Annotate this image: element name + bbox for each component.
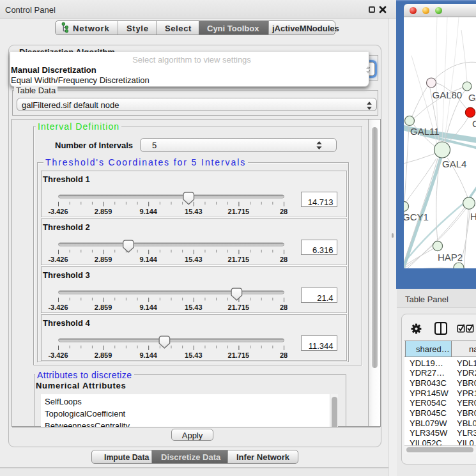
- svg-text:GAL4: GAL4: [442, 158, 466, 169]
- svg-text:GAL11: GAL11: [410, 126, 440, 137]
- svg-text:HAP2: HAP2: [438, 252, 463, 263]
- svg-text:H: H: [470, 211, 476, 222]
- svg-text:GCY1: GCY1: [404, 211, 429, 222]
- svg-text:GAL80: GAL80: [433, 89, 463, 100]
- svg-text:GA: GA: [468, 92, 476, 103]
- svg-text:C: C: [472, 118, 476, 129]
